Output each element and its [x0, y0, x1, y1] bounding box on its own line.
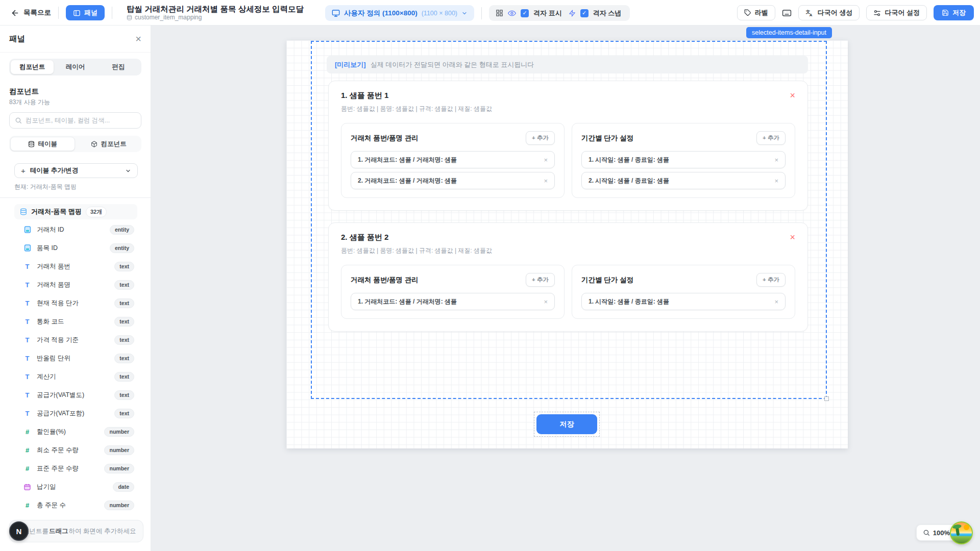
field-list-item[interactable]: # 최소 주문 수량 number	[0, 441, 151, 459]
add-row-button[interactable]: + 추가	[526, 131, 555, 145]
grid-options-group: ✓ 격자 표시 ✓ 격자 스냅	[489, 5, 630, 21]
card-title: 1. 샘플 품번 1	[341, 91, 388, 101]
field-label: 거래처 품명	[37, 281, 109, 289]
field-type-badge: number	[104, 500, 134, 510]
field-type-badge: date	[113, 482, 134, 492]
eye-icon	[508, 9, 516, 17]
components-count: 83개 사용 가능	[9, 98, 141, 107]
field-list-item[interactable]: T 거래처 품명 text	[0, 276, 151, 294]
column-count-badge: 32개	[86, 207, 107, 217]
save-button[interactable]: 저장	[934, 5, 974, 20]
grid-show-checkbox[interactable]: ✓	[521, 9, 529, 17]
back-button[interactable]	[7, 5, 22, 20]
tab-layers[interactable]: 레이어	[54, 60, 96, 74]
field-list-item[interactable]: T 통화 코드 text	[0, 312, 151, 331]
back-label[interactable]: 목록으로	[23, 8, 51, 17]
page-title: 탑씰 거래처관리 거래처별 품목 상세정보 입력모달	[127, 4, 304, 14]
field-list-item[interactable]: T 현재 적용 단가 text	[0, 294, 151, 312]
field-label: 거래처 품번	[37, 262, 109, 271]
divider	[481, 7, 482, 19]
field-type-badge: number	[104, 427, 134, 437]
app-logo-button[interactable]: N	[9, 521, 29, 541]
label-button[interactable]: 라벨	[737, 5, 775, 20]
database-icon	[20, 208, 27, 215]
remove-row-icon[interactable]: ×	[774, 298, 778, 306]
customer-codes-panel: 거래처 품번/품명 관리 + 추가 1. 거래처코드: 샘플 / 거래처명: 샘…	[341, 265, 565, 319]
field-label: 거래처 ID	[37, 226, 104, 234]
divider	[58, 7, 59, 19]
date-type-icon	[23, 484, 31, 490]
panel-title: 패널	[9, 34, 25, 44]
i18n-settings-button[interactable]: 다국어 설정	[866, 5, 927, 20]
field-list-item[interactable]: # 할인율(%) number	[0, 422, 151, 441]
text-type-icon: T	[23, 355, 31, 362]
tab-edit[interactable]: 편집	[97, 60, 140, 74]
table-group-header[interactable]: 거래처-품목 맵핑 32개	[14, 204, 137, 219]
remove-row-icon[interactable]: ×	[774, 156, 778, 164]
remove-row-icon[interactable]: ×	[544, 156, 548, 164]
field-type-badge: text	[114, 335, 134, 345]
number-type-icon: #	[23, 465, 31, 472]
add-row-button[interactable]: + 추가	[756, 273, 786, 287]
form-save-button[interactable]: 저장	[536, 414, 597, 434]
component-search	[9, 112, 141, 129]
mode-table-button[interactable]: 테이블	[10, 137, 75, 151]
field-list-item[interactable]: # 총 주문 수 number	[0, 496, 151, 514]
field-list-item[interactable]: T 반올림 단위 text	[0, 349, 151, 367]
field-type-badge: text	[114, 354, 134, 363]
grid-snap-checkbox[interactable]: ✓	[580, 9, 589, 17]
theme-island-icon[interactable]	[950, 521, 973, 544]
remove-row-icon[interactable]: ×	[544, 298, 548, 306]
translate-icon: 文A	[805, 9, 814, 17]
field-list-item[interactable]: T 공급가(VAT포함) text	[0, 404, 151, 422]
field-list-item[interactable]: T 가격 적용 기준 text	[0, 331, 151, 349]
price-period-panel: 기간별 단가 설정 + 추가 1. 시작일: 샘플 / 종료일: 샘플× 2. …	[572, 123, 795, 198]
form-save-button-wrapper: 저장	[534, 412, 600, 437]
field-list-item[interactable]: T 계산기 text	[0, 367, 151, 386]
code-row: 1. 거래처코드: 샘플 / 거래처명: 샘플×	[351, 293, 555, 310]
add-row-button[interactable]: + 추가	[526, 273, 555, 287]
divider	[112, 7, 112, 19]
card-meta: 품번: 샘플값 | 품명: 샘플값 | 규격: 샘플값 | 재질: 샘플값	[341, 246, 795, 255]
table-subtitle: customer_item_mapping	[127, 14, 304, 21]
editor-canvas[interactable]: selected-items-detail-input [미리보기] 실제 데이…	[151, 26, 980, 551]
field-list-item[interactable]: 거래처 ID entity	[0, 220, 151, 239]
field-list-item[interactable]: 납기일 date	[0, 478, 151, 496]
zoom-level-value: 100%	[933, 529, 950, 537]
field-label: 현재 적용 단가	[37, 299, 109, 308]
selected-component-outline[interactable]: selected-items-detail-input [미리보기] 실제 데이…	[311, 41, 827, 399]
close-panel-icon[interactable]: ×	[135, 34, 141, 44]
field-label: 공급가(VAT포함)	[37, 409, 109, 418]
keyboard-icon	[782, 8, 792, 18]
remove-row-icon[interactable]: ×	[774, 177, 778, 185]
search-input[interactable]	[26, 117, 136, 124]
field-list-item[interactable]: T 공급가(VAT별도) text	[0, 386, 151, 404]
add-row-button[interactable]: + 추가	[756, 131, 786, 145]
tag-icon	[744, 9, 751, 16]
resize-handle[interactable]	[824, 396, 829, 401]
field-label: 가격 적용 기준	[37, 336, 109, 344]
grid-snap-label: 격자 스냅	[593, 9, 622, 18]
field-label: 할인율(%)	[37, 428, 99, 436]
field-list-item[interactable]: T 거래처 품번 text	[0, 257, 151, 276]
i18n-generate-button[interactable]: 文A 다국어 생성	[798, 5, 860, 20]
design-artboard[interactable]: selected-items-detail-input [미리보기] 실제 데이…	[286, 40, 848, 448]
field-label: 공급가(VAT별도)	[37, 391, 109, 399]
price-period-panel: 기간별 단가 설정 + 추가 1. 시작일: 샘플 / 종료일: 샘플×	[572, 265, 795, 319]
remove-item-icon[interactable]: ×	[790, 233, 795, 242]
tab-components[interactable]: 컴포넌트	[11, 60, 54, 74]
field-label: 품목 ID	[37, 244, 104, 253]
mode-component-button[interactable]: 컴포넌트	[77, 137, 141, 151]
remove-row-icon[interactable]: ×	[544, 177, 548, 185]
top-toolbar: 목록으로 패널 탑씰 거래처관리 거래처별 품목 상세정보 입력모달 custo…	[0, 0, 980, 26]
viewport-size-dropdown[interactable]: 사용자 정의 (1100×800) (1100 × 800)	[325, 5, 474, 21]
toggle-panel-button[interactable]: 패널	[66, 5, 105, 20]
entity-type-icon	[23, 244, 31, 252]
add-change-table-button[interactable]: + 테이블 추가/변경	[14, 163, 138, 178]
field-type-badge: text	[114, 372, 134, 382]
field-list-item[interactable]: 품목 ID entity	[0, 239, 151, 257]
field-list-item[interactable]: # 표준 주문 수량 number	[0, 459, 151, 478]
database-icon	[28, 141, 35, 147]
remove-item-icon[interactable]: ×	[790, 91, 795, 100]
keyboard-shortcuts-button[interactable]	[782, 8, 792, 18]
